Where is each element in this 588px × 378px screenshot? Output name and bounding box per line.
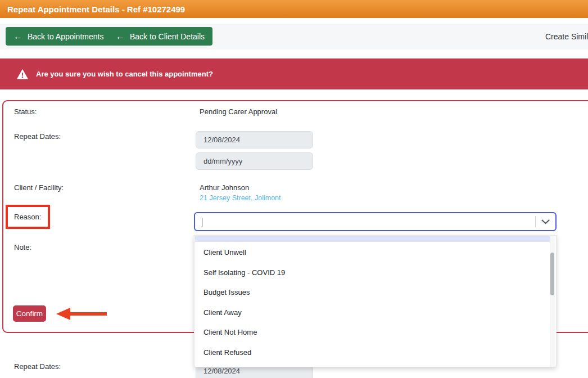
arrow-left-icon: ← (13, 32, 22, 41)
client-address-link[interactable]: 21 Jersey Street, Jolimont (200, 194, 281, 202)
dropdown-option[interactable]: Client Refused (195, 343, 550, 363)
page: Repeat Appointment Details - Ref #102724… (0, 0, 588, 378)
reason-label: Reason: (14, 213, 41, 221)
back-to-appointments-label: Back to Appointments (28, 32, 103, 41)
warning-message: Are you sure you wish to cancel this app… (36, 70, 213, 78)
confirm-button[interactable]: Confirm (13, 305, 46, 322)
back-to-client-details-label: Back to Client Details (130, 32, 205, 41)
dropdown-scrollbar-track[interactable] (550, 236, 555, 367)
page-title: Repeat Appointment Details - Ref #102724… (7, 4, 185, 14)
dropdown-option[interactable]: Self Isolating - COVID 19 (195, 263, 550, 283)
arrow-annotation-shaft (70, 312, 107, 316)
arrow-annotation-icon (56, 308, 70, 320)
text-cursor (202, 218, 202, 227)
client-facility-label: Client / Facility: (14, 183, 64, 192)
reason-combobox[interactable] (194, 212, 557, 231)
app-header: Repeat Appointment Details - Ref #102724… (0, 0, 588, 18)
arrow-left-icon: ← (116, 32, 125, 41)
repeat-date-end-input[interactable] (196, 152, 313, 170)
create-similar-link[interactable]: Create Similar (545, 32, 588, 41)
client-name: Arthur Johnson (200, 183, 249, 192)
cancel-warning-banner: Are you sure you wish to cancel this app… (0, 58, 588, 89)
dropdown-option[interactable]: Client Not Home (195, 322, 550, 343)
repeat-date-start-input[interactable] (196, 131, 313, 148)
status-value: Pending Carer Approval (200, 107, 277, 116)
bottom-repeat-dates-label: Repeat Dates: (14, 362, 61, 371)
dropdown-scrollbar-thumb[interactable] (550, 253, 554, 295)
back-to-appointments-button[interactable]: ← Back to Appointments (6, 27, 111, 46)
toolbar: ← Back to Appointments ← Back to Client … (0, 24, 588, 50)
dropdown-items: Client Unwell Self Isolating - COVID 19 … (195, 242, 550, 362)
combobox-divider (535, 216, 536, 227)
dropdown-option[interactable]: Client Unwell (195, 242, 550, 263)
chevron-down-icon[interactable] (541, 219, 550, 224)
back-to-client-details-button[interactable]: ← Back to Client Details (108, 27, 212, 46)
dropdown-empty-option-highlighted[interactable] (195, 236, 551, 242)
note-label: Note: (14, 243, 31, 251)
reason-dropdown-list: Client Unwell Self Isolating - COVID 19 … (194, 235, 557, 367)
repeat-dates-label: Repeat Dates: (14, 132, 61, 141)
status-label: Status: (14, 107, 37, 116)
warning-triangle-icon (17, 69, 28, 79)
dropdown-option[interactable]: Client Away (195, 303, 550, 323)
dropdown-option[interactable]: Budget Issues (195, 282, 550, 303)
